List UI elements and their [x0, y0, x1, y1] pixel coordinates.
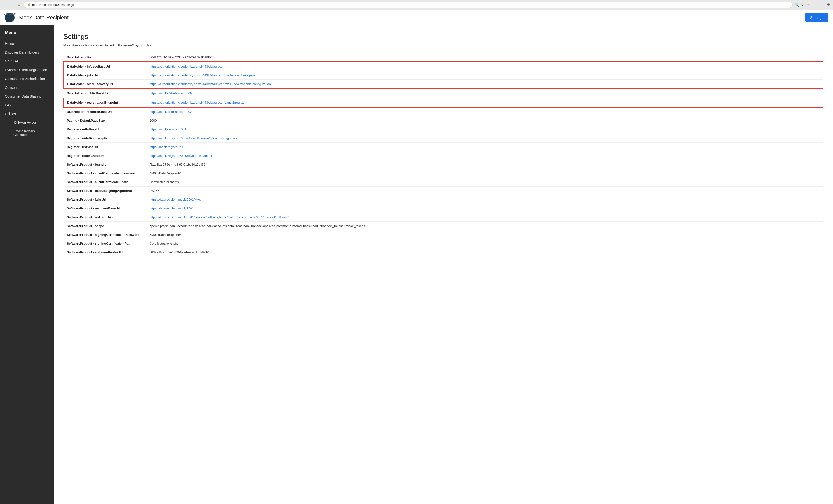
forward-button[interactable]: → — [10, 2, 15, 7]
setting-key: SoftwareProduct - redirectUris — [64, 213, 147, 222]
setting-value: https://mock-register:7001/idp/connect/t… — [147, 151, 823, 160]
table-row: SoftwareProduct - signingCertificate - P… — [64, 239, 823, 248]
logo-bottom: Data Right — [4, 15, 16, 22]
sidebar-item-dynamic-client-registration[interactable]: Dynamic Client Registration — [0, 66, 54, 74]
setting-value: https://authorization.cloudentity.com:84… — [147, 71, 823, 80]
url-text: https://localhost:9001/settings — [32, 3, 74, 6]
table-row: SoftwareProduct - scopeopenid profile ba… — [64, 222, 823, 231]
address-bar[interactable]: 🔒 https://localhost:9001/settings — [24, 2, 792, 8]
setting-value: #M0ckDataRecipient# — [147, 231, 823, 239]
setting-key: SoftwareProduct - defaultSigningAlgorith… — [64, 187, 147, 195]
setting-key: SoftwareProduct - softwareProductId — [64, 248, 147, 257]
table-row: SoftwareProduct - recipientBaseUrihttps:… — [64, 204, 823, 213]
setting-key: Register - tlsBaseUri — [64, 143, 147, 151]
sidebar-item-home[interactable]: Home — [0, 39, 54, 48]
setting-value: https://authorization.cloudentity.com:84… — [147, 62, 823, 71]
setting-value: Certificates/client.pfx — [147, 178, 823, 187]
setting-value: https://mock-register:7001 — [147, 125, 823, 134]
table-row: SoftwareProduct - clientCertificate - pa… — [64, 169, 823, 178]
settings-button[interactable]: Settings — [805, 13, 828, 22]
logo-circle: Consumer Data Right — [5, 13, 15, 22]
setting-key: SoftwareProduct - clientCertificate - pa… — [64, 169, 147, 178]
setting-value: https://datarecipient.mock:9001 — [147, 204, 823, 213]
table-row: DataHolder - registrationEndpointhttps:/… — [64, 98, 823, 107]
table-row: DataHolder - BrandId804FC2FB-18A7-4235-9… — [64, 53, 823, 62]
table-row: SoftwareProduct - brandIdffb1c8ba-279e-4… — [64, 160, 823, 169]
setting-key: DataHolder - resourceBaseUri — [64, 107, 147, 116]
setting-value: c6327f87-687a-4369-99a4-eaacd3bb8210 — [147, 248, 823, 257]
browser-chrome: ← → ↻ 🔒 https://localhost:9001/settings … — [0, 0, 833, 10]
sidebar-item-private-key-jwt[interactable]: — Private Key JWT Generator — [0, 127, 54, 139]
setting-key: SoftwareProduct - jwksUri — [64, 195, 147, 204]
app-title: Mock Data Recipient — [19, 15, 69, 21]
setting-key: SoftwareProduct - recipientBaseUri — [64, 204, 147, 213]
note-text: Note: these settings are maintained in t… — [64, 43, 823, 47]
table-row: DataHolder - infosecBaseUrihttps://autho… — [64, 62, 823, 71]
setting-value: https://datarecipient.mock:9001/jwks — [147, 195, 823, 204]
table-row: SoftwareProduct - signingCertificate - P… — [64, 231, 823, 239]
setting-key: SoftwareProduct - signingCertificate - P… — [64, 231, 147, 239]
setting-value: 804FC2FB-18A7-4235-9A49-2AF393D18BC7 — [147, 53, 823, 62]
setting-value: PS256 — [147, 187, 823, 195]
lock-icon: 🔒 — [27, 3, 31, 6]
setting-key: DataHolder - BrandId — [64, 53, 147, 62]
sidebar-item-utilities[interactable]: Utilities — [0, 110, 54, 118]
table-row: SoftwareProduct - softwareProductIdc6327… — [64, 248, 823, 257]
refresh-button[interactable]: ↻ — [17, 2, 21, 7]
table-row: SoftwareProduct - clientCertificate - pa… — [64, 178, 823, 187]
setting-key: Register - oidcDiscoveryUri — [64, 134, 147, 143]
setting-value: https://datarecipient.mock:9001/consent/… — [147, 213, 823, 222]
setting-key: SoftwareProduct - scope — [64, 222, 147, 231]
nav-buttons: ← → ↻ — [3, 2, 21, 7]
setting-value: https://authorization.cloudentity.com:84… — [147, 80, 823, 89]
setting-value: openid profile bank:accounts.basic:read … — [147, 222, 823, 231]
setting-key: Paging - DefaultPageSize — [64, 116, 147, 125]
table-row: DataHolder - resourceBaseUrihttps://mock… — [64, 107, 823, 116]
search-label: Search — [801, 3, 811, 7]
table-row: DataHolder - jwksUrihttps://authorizatio… — [64, 71, 823, 80]
table-row: DataHolder - publicBaseUrihttps://mock-d… — [64, 89, 823, 98]
content-area: Settings Note: these settings are mainta… — [54, 25, 833, 504]
sidebar-item-consents[interactable]: Consents — [0, 83, 54, 92]
sidebar-menu-label: Menu — [0, 30, 54, 39]
setting-key: Register - mtlsBaseUri — [64, 125, 147, 134]
page-title: Settings — [64, 33, 823, 41]
setting-value: 1000 — [147, 116, 823, 125]
table-row: SoftwareProduct - jwksUrihttps://datarec… — [64, 195, 823, 204]
table-row: Register - tlsBaseUrihttps://mock-regist… — [64, 143, 823, 151]
back-button[interactable]: ← — [3, 2, 8, 7]
setting-value: https://mock-data-holder:8002 — [147, 107, 823, 116]
setting-key: DataHolder - jwksUri — [64, 71, 147, 80]
setting-value: https://mock-register:7000 — [147, 143, 823, 151]
bookmark-button[interactable]: ★ — [827, 2, 830, 7]
setting-key: DataHolder - registrationEndpoint — [64, 98, 147, 107]
setting-key: DataHolder - publicBaseUri — [64, 89, 147, 98]
search-area: 🔍 Search — [795, 3, 824, 7]
setting-value: https://mock-data-holder:8000 — [147, 89, 823, 98]
table-row: Register - mtlsBaseUrihttps://mock-regis… — [64, 125, 823, 134]
app-header: Consumer Data Right Mock Data Recipient … — [0, 10, 833, 25]
setting-key: DataHolder - infosecBaseUri — [64, 62, 147, 71]
settings-table: DataHolder - BrandId804FC2FB-18A7-4235-9… — [64, 53, 823, 257]
table-row: DataHolder - oidcDiscoveryUrihttps://aut… — [64, 80, 823, 89]
table-row: Paging - DefaultPageSize1000 — [64, 116, 823, 125]
sidebar-item-consent-authorisation[interactable]: Consent and Authorisation — [0, 74, 54, 83]
setting-value: https://authorization.cloudentity.com:84… — [147, 98, 823, 107]
setting-key: SoftwareProduct - signingCertificate - P… — [64, 239, 147, 248]
table-row: Register - oidcDiscoveryUrihttps://mock-… — [64, 134, 823, 143]
setting-key: SoftwareProduct - brandId — [64, 160, 147, 169]
setting-key: SoftwareProduct - clientCertificate - pa… — [64, 178, 147, 187]
sidebar-item-consumer-data-sharing[interactable]: Consumer Data Sharing — [0, 92, 54, 101]
main-layout: Menu Home Discover Data Holders Get SSA … — [0, 25, 833, 504]
sidebar-item-par[interactable]: PAR — [0, 101, 54, 110]
sidebar-item-id-token-helper[interactable]: — ID Token Helper — [0, 118, 54, 127]
setting-value: https://mock-register:7000/idp/.well-kno… — [147, 134, 823, 143]
sidebar: Menu Home Discover Data Holders Get SSA … — [0, 25, 54, 504]
logo-area: Consumer Data Right Mock Data Recipient — [5, 13, 69, 22]
sidebar-item-discover[interactable]: Discover Data Holders — [0, 48, 54, 57]
table-row: SoftwareProduct - redirectUrishttps://da… — [64, 213, 823, 222]
table-row: SoftwareProduct - defaultSigningAlgorith… — [64, 187, 823, 195]
logo-top: Consumer — [4, 13, 16, 15]
setting-key: DataHolder - oidcDiscoveryUri — [64, 80, 147, 89]
sidebar-item-get-ssa[interactable]: Get SSA — [0, 57, 54, 66]
